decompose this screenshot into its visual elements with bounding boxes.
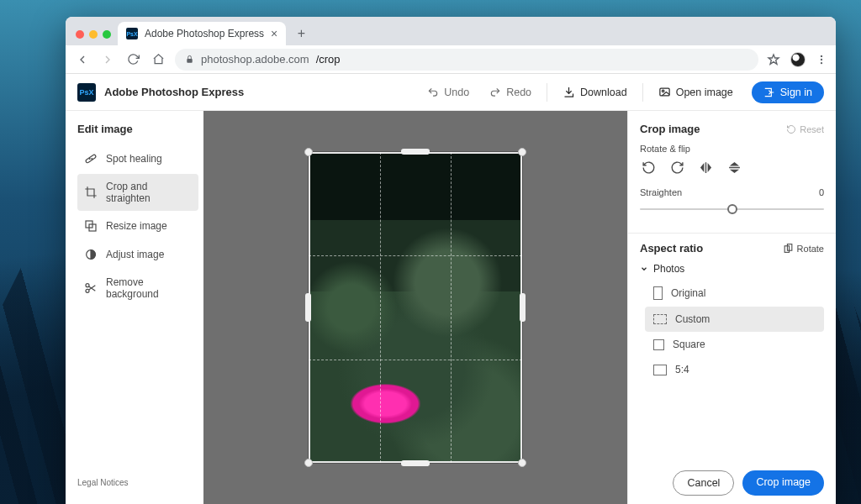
adjust-icon: [84, 248, 98, 261]
ratio-icon: [653, 339, 664, 350]
close-window-icon[interactable]: [76, 30, 84, 39]
forward-button[interactable]: [99, 51, 116, 68]
address-bar[interactable]: photoshop.adobe.com/crop: [175, 49, 758, 71]
browser-window: PsX Adobe Photoshop Express × + photosho…: [66, 17, 836, 504]
ratio-label: 5:4: [675, 364, 689, 375]
ratio-custom[interactable]: Custom: [645, 307, 824, 332]
crop-outline: [309, 152, 522, 463]
tool-spot-healing[interactable]: Spot healing: [77, 145, 198, 172]
tool-label: Remove background: [106, 276, 192, 300]
left-panel: Edit image Spot healing Crop and straigh…: [66, 111, 203, 504]
crop-handle-s[interactable]: [401, 460, 430, 466]
tool-resize-image[interactable]: Resize image: [77, 213, 198, 239]
app-brand: PsX Adobe Photoshop Express: [77, 83, 244, 102]
download-button[interactable]: Download: [554, 81, 636, 102]
divider: [642, 83, 643, 102]
sign-in-button[interactable]: Sign in: [752, 81, 824, 103]
svg-rect-0: [187, 59, 192, 63]
url-path: /crop: [316, 53, 341, 66]
grid-line: [309, 255, 522, 256]
resize-icon: [84, 219, 98, 233]
rotate-aspect-button[interactable]: Rotate: [783, 243, 824, 254]
aspect-ratio-title: Aspect ratio: [640, 242, 703, 255]
profile-avatar-icon[interactable]: [790, 52, 806, 67]
redo-button[interactable]: Redo: [481, 82, 540, 102]
cancel-button[interactable]: Cancel: [673, 470, 734, 496]
divider: [547, 83, 547, 102]
app-title: Adobe Photoshop Express: [104, 86, 244, 98]
app-header: PsX Adobe Photoshop Express Undo Redo Do…: [66, 74, 836, 111]
ratio-icon: [653, 365, 667, 375]
crop-handle-nw[interactable]: [304, 148, 313, 156]
open-image-label: Open image: [676, 87, 733, 98]
svg-point-7: [89, 159, 90, 160]
straighten-slider[interactable]: [640, 197, 824, 221]
maximize-window-icon[interactable]: [103, 30, 111, 39]
ratio-square[interactable]: Square: [645, 332, 824, 357]
grid-line: [309, 360, 522, 360]
bookmark-icon[interactable]: [767, 53, 780, 66]
crop-frame[interactable]: [309, 152, 522, 463]
window-controls: [72, 30, 118, 45]
svg-point-1: [821, 55, 822, 56]
tool-label: Adjust image: [106, 249, 164, 260]
ratio-label: Custom: [675, 313, 710, 325]
tool-label: Spot healing: [106, 153, 162, 165]
ratio-5-4[interactable]: 5:4: [645, 357, 824, 382]
open-image-button[interactable]: Open image: [650, 81, 742, 102]
crop-handle-w[interactable]: [305, 293, 311, 322]
bandage-icon: [84, 152, 98, 165]
ratio-group-photos[interactable]: Photos: [640, 263, 824, 275]
app-body: Edit image Spot healing Crop and straigh…: [66, 111, 836, 504]
grid-line: [451, 152, 452, 463]
minimize-window-icon[interactable]: [89, 30, 98, 39]
rotate-flip-label: Rotate & flip: [640, 144, 824, 154]
chevron-down-icon: [640, 265, 648, 273]
canvas-area: [203, 111, 627, 504]
home-button[interactable]: [150, 51, 166, 68]
back-button[interactable]: [74, 51, 91, 68]
crop-handle-e[interactable]: [520, 293, 526, 322]
slider-thumb[interactable]: [727, 204, 737, 214]
crop-handle-se[interactable]: [518, 459, 526, 467]
ratio-group-label: Photos: [653, 263, 684, 275]
divider: [628, 233, 836, 234]
crop-panel-title: Crop image: [640, 123, 700, 135]
close-tab-icon[interactable]: ×: [271, 27, 277, 40]
tool-crop-straighten[interactable]: Crop and straighten: [77, 174, 198, 211]
rotate-ccw-button[interactable]: [640, 159, 657, 176]
ratio-label: Original: [671, 287, 705, 299]
browser-tab[interactable]: PsX Adobe Photoshop Express ×: [118, 22, 286, 45]
svg-point-2: [821, 58, 822, 60]
new-tab-button[interactable]: +: [291, 24, 311, 44]
ratio-original[interactable]: Original: [645, 280, 824, 307]
reset-button[interactable]: Reset: [786, 124, 824, 134]
undo-button[interactable]: Undo: [419, 82, 478, 102]
tool-adjust-image[interactable]: Adjust image: [77, 241, 198, 268]
favicon-icon: PsX: [126, 28, 138, 39]
straighten-value: 0: [819, 187, 824, 197]
ratio-icon: [653, 286, 663, 300]
reload-button[interactable]: [124, 51, 141, 68]
flip-horizontal-button[interactable]: [697, 159, 714, 176]
scissors-icon: [84, 281, 98, 295]
browser-menu-icon[interactable]: [816, 54, 827, 66]
crop-image-button[interactable]: Crop image: [742, 470, 824, 496]
crop-handle-ne[interactable]: [518, 148, 526, 156]
sign-in-label: Sign in: [780, 87, 812, 98]
crop-handle-n[interactable]: [401, 149, 430, 155]
right-panel: Crop image Reset Rotate & flip: [627, 111, 836, 504]
crop-handle-sw[interactable]: [304, 459, 313, 467]
crop-icon: [84, 186, 98, 199]
svg-point-8: [92, 159, 92, 160]
browser-toolbar: photoshop.adobe.com/crop: [66, 45, 836, 74]
download-label: Download: [580, 87, 627, 98]
browser-tabbar: PsX Adobe Photoshop Express × +: [66, 17, 836, 45]
tool-label: Crop and straighten: [106, 181, 192, 204]
legal-notices-link[interactable]: Legal Notices: [77, 473, 198, 492]
grid-line: [380, 152, 381, 463]
tool-remove-background[interactable]: Remove background: [77, 270, 198, 307]
rotate-cw-button[interactable]: [668, 159, 685, 176]
flip-vertical-button[interactable]: [726, 159, 742, 176]
svg-point-3: [821, 61, 822, 63]
